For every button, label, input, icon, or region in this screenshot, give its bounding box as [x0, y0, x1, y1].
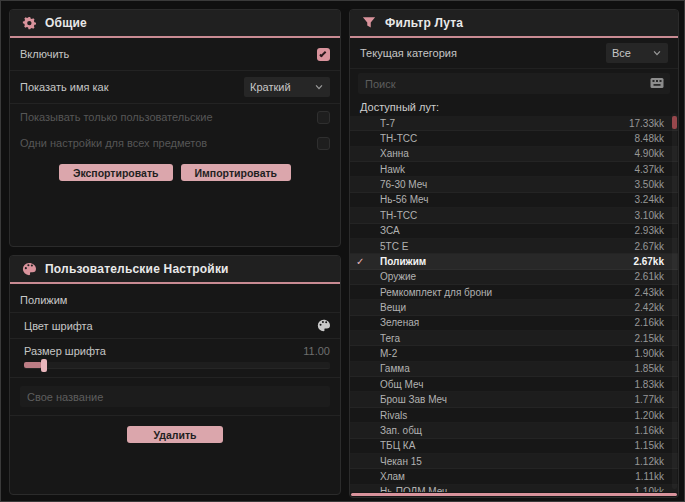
loot-row[interactable]: Хлам1.11kk: [350, 469, 678, 484]
loot-row-value: 2.93kk: [635, 225, 664, 236]
loot-row-value: 2.42kk: [635, 302, 664, 313]
panel-title: Общие: [45, 16, 87, 30]
loot-row-name: Зеленая: [380, 317, 635, 328]
custom-name-input[interactable]: [20, 386, 330, 407]
show-name-dropdown[interactable]: Краткий: [244, 77, 330, 97]
loot-row[interactable]: ТН-ТСС3.10kk: [350, 208, 678, 223]
loot-row-value: 1.85kk: [635, 363, 664, 374]
loot-row-value: 3.50kk: [635, 179, 664, 190]
funnel-icon: [362, 16, 376, 30]
custom-settings-icon: [22, 262, 36, 276]
loot-row-name: Брош Зав Меч: [380, 394, 635, 405]
font-color-label: Цвет шрифта: [24, 320, 93, 332]
keyboard-icon[interactable]: [650, 77, 664, 89]
loot-row[interactable]: Гамма1.85kk: [350, 362, 678, 377]
loot-row[interactable]: Ханна4.90kk: [350, 147, 678, 162]
loot-row-value: 4.37kk: [635, 164, 664, 175]
loot-row-value: 17.33kk: [629, 118, 664, 129]
bottom-scrollbar[interactable]: [351, 493, 677, 496]
gear-icon: [22, 16, 36, 30]
scrollbar-thumb[interactable]: [672, 116, 677, 129]
loot-row[interactable]: Брош Зав Меч1.77kk: [350, 392, 678, 407]
loot-row-name: Вещи: [380, 302, 635, 313]
loot-row-value: 3.10kk: [635, 210, 664, 221]
loot-row-name: Rivals: [380, 410, 635, 421]
show-name-row: Показать имя как Краткий: [10, 71, 340, 104]
font-size-slider[interactable]: [24, 362, 330, 369]
same-settings-row: Одни настройки для всех предметов: [10, 130, 340, 156]
loot-row-name: ЗСА: [380, 225, 635, 236]
only-custom-checkbox[interactable]: [317, 111, 330, 124]
loot-row-name: ТН-ТСС: [380, 210, 635, 221]
loot-row[interactable]: Чекан 151.12kk: [350, 454, 678, 469]
slider-fill: [24, 362, 42, 368]
loot-row-name: Т-7: [380, 118, 629, 129]
loot-row[interactable]: Нь-ПОЛМ Меч1.10kk: [350, 485, 678, 492]
loot-row[interactable]: Зеленая2.16kk: [350, 316, 678, 331]
loot-row-name: Зап. общ: [380, 425, 635, 436]
loot-row[interactable]: Ремкомплект для брони2.43kk: [350, 285, 678, 300]
loot-row-name: Гамма: [380, 363, 635, 374]
custom-name-row: [10, 378, 340, 416]
loot-row-value: 2.67kk: [633, 256, 664, 267]
loot-row[interactable]: 5ТС Е2.67kk: [350, 239, 678, 254]
show-name-label: Показать имя как: [20, 81, 109, 93]
loot-row-value: 1.15kk: [635, 440, 664, 451]
selected-item-name: Полижим: [10, 284, 340, 313]
loot-row[interactable]: Оружие2.61kk: [350, 270, 678, 285]
loot-row[interactable]: ТН-ТСС8.48kk: [350, 131, 678, 146]
loot-row-value: 2.15kk: [635, 333, 664, 344]
loot-row[interactable]: Общ Меч1.83kk: [350, 377, 678, 392]
loot-row[interactable]: Вещи2.42kk: [350, 300, 678, 315]
loot-row-value: 1.10kk: [635, 486, 664, 492]
same-settings-label: Одни настройки для всех предметов: [20, 137, 207, 149]
loot-row-name: ТБЦ КА: [380, 440, 635, 451]
loot-row[interactable]: Rivals1.20kk: [350, 408, 678, 423]
loot-row-name: Ремкомплект для брони: [380, 287, 635, 298]
loot-row[interactable]: 76-30 Меч3.50kk: [350, 177, 678, 192]
import-button[interactable]: Импортировать: [181, 164, 292, 181]
loot-row-name: Hawk: [380, 164, 635, 175]
delete-row: Удалить: [10, 426, 340, 443]
loot-row-value: 2.43kk: [635, 287, 664, 298]
same-settings-checkbox[interactable]: [317, 137, 330, 150]
loot-row-value: 8.48kk: [635, 133, 664, 144]
enable-row: Включить: [10, 38, 340, 71]
panel-custom-settings: Пользовательские Настройки Полижим Цвет …: [9, 255, 341, 495]
loot-row-value: 1.12kk: [635, 456, 664, 467]
loot-row[interactable]: Hawk4.37kk: [350, 162, 678, 177]
loot-row-name: 5ТС Е: [380, 241, 635, 252]
loot-row-name: 76-30 Меч: [380, 179, 635, 190]
slider-handle[interactable]: [41, 359, 47, 372]
delete-button[interactable]: Удалить: [127, 426, 223, 443]
category-dropdown[interactable]: Все: [606, 43, 668, 63]
export-button[interactable]: Экспортировать: [59, 164, 173, 181]
panel-title: Пользовательские Настройки: [45, 262, 229, 276]
loot-row[interactable]: Зап. общ1.16kk: [350, 423, 678, 438]
search-input[interactable]: [358, 73, 670, 94]
loot-row[interactable]: ЗСА2.93kk: [350, 224, 678, 239]
loot-row-name: Оружие: [380, 271, 635, 282]
list-scrollbar[interactable]: [672, 113, 677, 489]
font-color-row[interactable]: Цвет шрифта: [10, 313, 340, 339]
loot-row-value: 1.83kk: [635, 379, 664, 390]
panel-general-header: Общие: [10, 10, 340, 38]
enable-checkbox[interactable]: [317, 48, 330, 61]
search-row: [350, 69, 678, 97]
loot-row[interactable]: М-21.90kk: [350, 346, 678, 361]
loot-row[interactable]: Нь-56 Меч3.24kk: [350, 193, 678, 208]
panel-loot-filter: Фильтр Лута Текущая категория Все Доступ…: [349, 9, 679, 498]
loot-row-value: 4.90kk: [635, 148, 664, 159]
loot-row-value: 1.11kk: [635, 471, 664, 482]
panel-filter-header: Фильтр Лута: [350, 10, 678, 38]
loot-row-value: 1.77kk: [635, 394, 664, 405]
category-label: Текущая категория: [360, 47, 457, 59]
only-custom-row: Показывать только пользовательские: [10, 104, 340, 130]
enable-label: Включить: [20, 48, 69, 60]
export-import-row: Экспортировать Импортировать: [10, 164, 340, 181]
loot-row[interactable]: ТБЦ КА1.15kk: [350, 439, 678, 454]
loot-row[interactable]: Т-717.33kk: [350, 116, 678, 131]
loot-row[interactable]: Тега2.15kk: [350, 331, 678, 346]
loot-list: Т-717.33kkТН-ТСС8.48kkХанна4.90kkHawk4.3…: [350, 116, 678, 492]
loot-row[interactable]: ✓Полижим2.67kk: [350, 254, 678, 269]
